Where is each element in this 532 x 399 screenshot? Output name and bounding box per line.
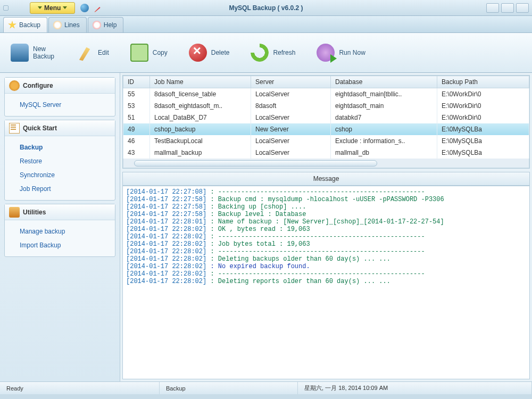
arrow-down-icon [38,6,42,9]
panel-title: Configure [23,82,53,89]
cell-server: New Server [251,123,331,135]
table-row[interactable]: 51Local_DataBK_D7LocalServerdatabkd7E:\0… [123,112,529,123]
close-button[interactable] [516,3,529,13]
cell-path: E:\0MySQLBa [437,147,529,159]
col-job-name[interactable]: Job Name [150,76,251,88]
star-icon [8,21,16,29]
panel-header[interactable]: Utilities [5,204,115,220]
run-icon [317,44,335,62]
panel-title: Utilities [23,209,46,216]
cell-db: databkd7 [331,112,437,123]
panel-header[interactable]: Quick Start [5,120,115,136]
log-line: [2014-01-17 22:28:01] : Name of backup :… [126,218,526,226]
log-line: [2014-01-17 22:27:58] : Backing up [csho… [126,203,526,211]
log-line: [2014-01-17 22:27:58] : Backup level : D… [126,211,526,218]
ribbon-label: Refresh [273,49,295,56]
cell-server: 8dasoft [251,100,331,112]
cell-job: mallmall_backup [150,147,251,159]
link-restore[interactable]: Restore [20,154,113,168]
table-row[interactable]: 538dasoft_eightdasoft_m..8dasofteightdas… [123,100,529,112]
message-log[interactable]: [2014-01-17 22:27:08] : ----------------… [122,186,530,379]
link-backup[interactable]: Backup [20,140,113,154]
minimize-button[interactable] [486,3,499,13]
ribbon-label: Run Now [339,49,365,56]
log-line: [2014-01-17 22:28:02] : ----------------… [126,248,526,255]
maximize-button[interactable] [501,3,514,13]
ribbon-label: New Backup [33,45,54,60]
cell-path: E:\0WorkDir\0 [437,112,529,123]
panel-title: Quick Start [23,124,57,132]
table-row[interactable]: 43mallmall_backupLocalServermallmall_dbE… [123,147,529,159]
link-synchronize[interactable]: Synchronize [20,168,113,182]
copy-button[interactable]: Copy [130,44,168,62]
horizontal-scrollbar[interactable] [123,159,529,168]
workspace: Configure MySQL Server Quick Start Backu… [0,73,532,381]
message-header: Message [122,172,530,186]
log-line: [2014-01-17 22:28:02] : ----------------… [126,233,526,240]
link-import-backup[interactable]: Import Backup [20,238,113,252]
cell-job: cshop_backup [150,123,251,135]
globe-icon[interactable] [80,4,89,12]
col-backup-path[interactable]: Backup Path [437,76,529,88]
col-id[interactable]: ID [123,76,150,88]
copy-icon [130,44,148,62]
document-icon [9,123,20,134]
cell-id: 51 [123,112,150,123]
statusbar: Ready Backup 星期六, 一月 18, 2014 10:09 AM [0,381,532,394]
table-row[interactable]: 49cshop_backupNew ServercshopE:\0MySQLBa [123,123,529,135]
cell-db: Exclude : information_s.. [331,135,437,147]
table-row[interactable]: 46TestBackupLocalLocalServerExclude : in… [123,135,529,147]
cell-job: 8dasoft_license_table [150,88,251,101]
scrollbar-thumb[interactable] [134,160,377,167]
cell-server: LocalServer [251,135,331,147]
cell-id: 53 [123,100,150,112]
tab-strip: Backup Lines Help [0,16,532,33]
edit-button[interactable]: Edit [76,44,109,62]
cell-id: 43 [123,147,150,159]
panel-header[interactable]: Configure [5,78,115,94]
log-line: [2014-01-17 22:28:02] : No expired backu… [126,263,526,270]
cell-db: cshop [331,123,437,135]
cell-db: eightdasoft_main [331,100,437,112]
cell-id: 55 [123,88,150,101]
link-job-report[interactable]: Job Report [20,182,113,196]
status-ready: Ready [0,382,160,394]
cell-path: E:\0WorkDir\0 [437,88,529,101]
ribbon-label: Copy [153,49,168,56]
cell-server: LocalServer [251,112,331,123]
log-line: [2014-01-17 22:28:02] : Deleting reports… [126,278,526,285]
delete-button[interactable]: Delete [189,44,230,62]
main-area: ID Job Name Server Database Backup Path … [120,73,532,381]
delete-icon [189,44,207,62]
log-line: [2014-01-17 22:28:02] : ----------------… [126,270,526,278]
log-line: [2014-01-17 22:27:58] : Backup cmd : mys… [126,196,526,203]
link-manage-backup[interactable]: Manage backup [20,225,113,238]
table-row[interactable]: 558dasoft_license_tableLocalServereightd… [123,88,529,101]
gear-icon [9,80,20,91]
tab-label: Lines [64,21,80,29]
panel-configure: Configure MySQL Server [4,77,115,117]
ribbon-label: Delete [211,49,230,56]
cell-server: LocalServer [251,88,331,101]
panel-utilities: Utilities Manage backup Import Backup [4,204,115,257]
status-datetime: 星期六, 一月 18, 2014 10:09 AM [298,382,532,394]
col-server[interactable]: Server [251,76,331,88]
tab-backup[interactable]: Backup [3,17,47,32]
log-line: [2014-01-17 22:28:02] : OK , bytes read … [126,226,526,233]
ribbon: New Backup Edit Copy Delete Refresh Run … [0,33,532,73]
new-backup-button[interactable]: New Backup [11,44,54,62]
link-mysql-server[interactable]: MySQL Server [20,98,113,112]
database-icon [11,44,29,62]
wand-icon[interactable] [94,4,103,12]
run-now-button[interactable]: Run Now [317,44,365,62]
menu-button[interactable]: Menu [30,2,75,14]
tab-help[interactable]: Help [88,17,124,32]
refresh-button[interactable]: Refresh [251,44,295,62]
tab-label: Help [104,21,117,29]
tab-lines[interactable]: Lines [48,17,87,32]
col-database[interactable]: Database [331,76,437,88]
cell-db: eightdasoft_main[tbllic.. [331,88,437,101]
titlebar: Menu MySQL Backup ( v6.0.2 ) [0,0,532,16]
cell-id: 46 [123,135,150,147]
log-line: [2014-01-17 22:28:02] : Deleting backups… [126,255,526,263]
